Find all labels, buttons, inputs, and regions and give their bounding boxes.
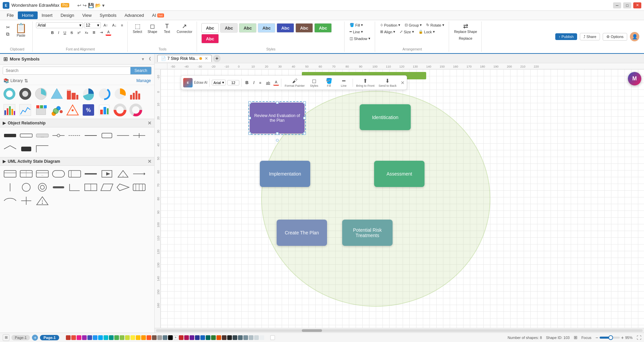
color-deep-orange[interactable]: [147, 335, 151, 340]
rotation-handle[interactable]: [276, 139, 279, 142]
color-dark-brown[interactable]: [222, 335, 227, 340]
bold-btn[interactable]: B: [49, 30, 55, 35]
strikethrough-btn[interactable]: S: [69, 30, 75, 35]
user-avatar[interactable]: 👤: [630, 32, 639, 41]
tab-close[interactable]: ✕: [205, 56, 208, 61]
uml-shape[interactable]: [99, 168, 114, 180]
superscript-btn[interactable]: x²: [76, 30, 82, 35]
align-btn[interactable]: ≡: [119, 23, 125, 28]
uml-shape[interactable]: [3, 168, 17, 180]
color-dark-teal[interactable]: [206, 335, 210, 340]
shape-item[interactable]: [19, 143, 34, 155]
node-identification[interactable]: Identitication: [360, 104, 411, 130]
symbol-item[interactable]: [34, 103, 48, 117]
float-ab-btn[interactable]: ab: [264, 80, 272, 85]
color-dark-blue[interactable]: [200, 335, 205, 340]
uml-shape[interactable]: [99, 181, 114, 193]
symbol-item[interactable]: [18, 86, 33, 101]
shadow-btn[interactable]: ◫ Shadow ▾: [348, 36, 372, 41]
color-red[interactable]: [66, 335, 71, 340]
uml-shape[interactable]: [35, 181, 50, 193]
redo-btn[interactable]: ↪: [83, 3, 87, 8]
library-sort-icon[interactable]: ⇅: [24, 78, 28, 83]
uml-shape[interactable]: [67, 181, 82, 193]
select-btn[interactable]: ⬚ Select: [131, 22, 144, 35]
add-page-btn[interactable]: +: [32, 335, 38, 341]
shape-item[interactable]: [51, 129, 66, 142]
uml-shape[interactable]: [19, 195, 34, 207]
color-blue[interactable]: [93, 335, 97, 340]
menu-home[interactable]: Home: [18, 11, 38, 19]
uml-shape[interactable]: [83, 168, 98, 180]
color-dark-red[interactable]: [179, 335, 184, 340]
zoom-slider[interactable]: [600, 337, 620, 339]
handle-mr[interactable]: [303, 117, 306, 119]
symbol-item[interactable]: [128, 103, 143, 117]
share-btn[interactable]: ⤴ Share: [580, 33, 600, 40]
float-bold-btn[interactable]: B: [244, 79, 250, 86]
color-near-white[interactable]: [259, 335, 264, 340]
menu-view[interactable]: View: [78, 11, 96, 19]
color-light-red[interactable]: [71, 335, 76, 340]
more-colors-btn[interactable]: +: [173, 335, 178, 340]
float-font-size[interactable]: 12: [227, 80, 239, 85]
color-almost-white[interactable]: [265, 335, 270, 340]
node-review[interactable]: Review And Evaluation of the Plan: [250, 103, 305, 134]
focus-btn[interactable]: Focus: [581, 336, 592, 340]
color-cyan[interactable]: [104, 335, 108, 340]
italic-btn[interactable]: I: [56, 30, 61, 35]
uml-shape[interactable]: [19, 168, 34, 180]
node-assessment[interactable]: Assessment: [374, 161, 425, 187]
group-btn[interactable]: ⊡ Group ▾: [403, 22, 424, 28]
symbol-item[interactable]: [49, 103, 64, 117]
color-near-black[interactable]: [227, 335, 232, 340]
color-dark-grey[interactable]: [233, 335, 237, 340]
color-purple[interactable]: [82, 335, 87, 340]
shape-item[interactable]: [83, 129, 98, 142]
shape-item[interactable]: [116, 129, 130, 142]
symbol-item[interactable]: [81, 86, 96, 101]
uml-shape[interactable]: [3, 181, 17, 193]
close-btn[interactable]: ✕: [633, 2, 641, 8]
color-white[interactable]: [270, 335, 275, 340]
symbol-item[interactable]: [65, 103, 80, 117]
color-dark-green[interactable]: [211, 335, 216, 340]
uml-shape[interactable]: [132, 168, 147, 180]
color-light-blue[interactable]: [98, 335, 103, 340]
node-create-plan[interactable]: Create The Plan: [277, 220, 327, 246]
menu-file[interactable]: File: [3, 11, 18, 19]
color-medium-grey[interactable]: [238, 335, 243, 340]
position-btn[interactable]: ⊹ Position ▾: [378, 22, 402, 28]
manage-btn[interactable]: Manage: [136, 78, 151, 83]
symbol-item[interactable]: 67%: [65, 86, 80, 101]
uml-shape[interactable]: ···: [35, 168, 50, 180]
replace-shape-btn[interactable]: ⇄ Replace Shape: [452, 22, 479, 35]
float-color-btn[interactable]: A: [273, 79, 279, 86]
symbol-item[interactable]: %: [81, 103, 96, 117]
bring-to-front-btn[interactable]: ⬆ Bring to Front: [355, 77, 376, 88]
style-swatch-5[interactable]: Abc: [277, 23, 294, 33]
more-btn[interactable]: ▾: [102, 3, 105, 8]
publish-btn[interactable]: ↑ Publish: [555, 33, 577, 40]
subscript-btn[interactable]: x₂: [83, 30, 90, 35]
color-dark-orange[interactable]: [216, 335, 221, 340]
shape-item[interactable]: [3, 143, 17, 155]
handle-tc[interactable]: [276, 101, 279, 104]
float-close-btn[interactable]: ✕: [401, 80, 405, 85]
color-grey[interactable]: [157, 335, 162, 340]
color-pink[interactable]: [77, 335, 81, 340]
zoom-in-btn[interactable]: +: [621, 335, 624, 340]
handle-bc[interactable]: [276, 132, 279, 135]
tab-main[interactable]: 📄 7 Step Risk Ma... ✕: [157, 55, 212, 62]
connector-btn[interactable]: ↗ Connector: [175, 22, 194, 35]
add-tab-btn[interactable]: +: [213, 55, 220, 62]
float-line-btn[interactable]: ━ Line: [337, 77, 351, 88]
list-btn[interactable]: ≣: [91, 30, 97, 35]
shape-item[interactable]: [132, 129, 147, 142]
symbol-item[interactable]: [34, 86, 48, 101]
ai-assistant-btn[interactable]: M: [628, 72, 641, 85]
handle-br[interactable]: [303, 132, 306, 135]
search-input[interactable]: [3, 67, 130, 74]
uml-shape[interactable]: [116, 168, 130, 180]
menu-ai[interactable]: AI hot: [148, 11, 168, 19]
